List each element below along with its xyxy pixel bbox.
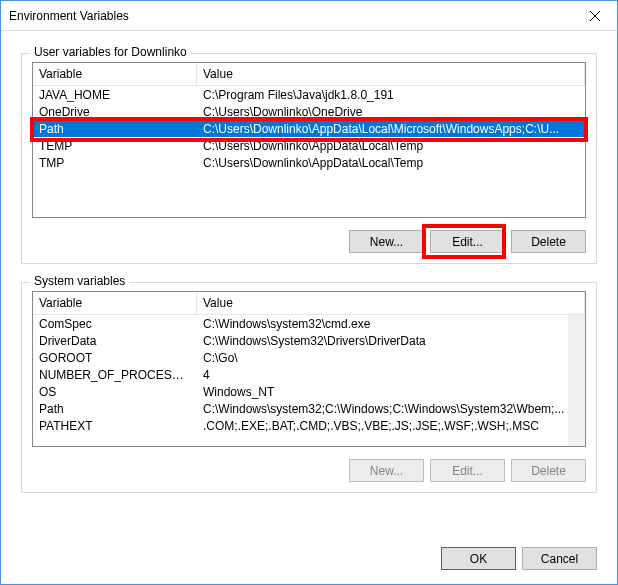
user-variables-list[interactable]: Variable Value JAVA_HOME C:\Program File… xyxy=(32,62,586,218)
cell-variable: GOROOT xyxy=(33,351,197,365)
cell-value: C:\Windows\System32\Drivers\DriverData xyxy=(197,334,585,348)
new-button[interactable]: New... xyxy=(349,459,424,482)
cell-value: .COM;.EXE;.BAT;.CMD;.VBS;.VBE;.JS;.JSE;.… xyxy=(197,419,585,433)
user-variables-label: User variables for Downlinko xyxy=(30,45,191,59)
env-vars-dialog: Environment Variables User variables for… xyxy=(0,0,618,585)
cell-value: C:\Windows\system32;C:\Windows;C:\Window… xyxy=(197,402,585,416)
list-header: Variable Value xyxy=(33,292,585,315)
cell-variable: TEMP xyxy=(33,139,197,153)
system-button-row: New... Edit... Delete xyxy=(32,459,586,482)
dialog-buttons: OK Cancel xyxy=(1,537,617,584)
ok-button[interactable]: OK xyxy=(441,547,516,570)
cell-value: Windows_NT xyxy=(197,385,585,399)
window-title: Environment Variables xyxy=(9,9,129,23)
table-row[interactable]: OS Windows_NT xyxy=(33,383,585,400)
close-icon xyxy=(590,11,600,21)
cell-variable: ComSpec xyxy=(33,317,197,331)
scrollbar[interactable] xyxy=(568,315,585,446)
table-row[interactable]: NUMBER_OF_PROCESSORS 4 xyxy=(33,366,585,383)
system-variables-label: System variables xyxy=(30,274,129,288)
edit-button[interactable]: Edit... xyxy=(430,230,505,253)
cell-variable: NUMBER_OF_PROCESSORS xyxy=(33,368,197,382)
cell-value: C:\Program Files\Java\jdk1.8.0_191 xyxy=(197,88,585,102)
cell-value: 4 xyxy=(197,368,585,382)
cell-variable: OneDrive xyxy=(33,105,197,119)
list-header: Variable Value xyxy=(33,63,585,86)
cell-variable: PATHEXT xyxy=(33,419,197,433)
col-variable[interactable]: Variable xyxy=(33,292,197,314)
table-row[interactable]: PATHEXT .COM;.EXE;.BAT;.CMD;.VBS;.VBE;.J… xyxy=(33,417,585,434)
titlebar: Environment Variables xyxy=(1,1,617,31)
table-row[interactable]: ComSpec C:\Windows\system32\cmd.exe xyxy=(33,315,585,332)
list-body: ComSpec C:\Windows\system32\cmd.exe Driv… xyxy=(33,315,585,446)
system-variables-group: System variables Variable Value ComSpec … xyxy=(21,282,597,493)
list-body: JAVA_HOME C:\Program Files\Java\jdk1.8.0… xyxy=(33,86,585,217)
delete-button[interactable]: Delete xyxy=(511,459,586,482)
cell-value: C:\Users\Downlinko\AppData\Local\Microso… xyxy=(197,122,585,136)
cell-variable: OS xyxy=(33,385,197,399)
cell-value: C:\Users\Downlinko\OneDrive xyxy=(197,105,585,119)
cancel-button[interactable]: Cancel xyxy=(522,547,597,570)
cell-value: C:\Go\ xyxy=(197,351,585,365)
user-variables-group: User variables for Downlinko Variable Va… xyxy=(21,53,597,264)
close-button[interactable] xyxy=(572,1,617,31)
table-row[interactable]: DriverData C:\Windows\System32\Drivers\D… xyxy=(33,332,585,349)
table-row-selected[interactable]: Path C:\Users\Downlinko\AppData\Local\Mi… xyxy=(33,120,585,137)
content-area: User variables for Downlinko Variable Va… xyxy=(1,31,617,537)
system-variables-list[interactable]: Variable Value ComSpec C:\Windows\system… xyxy=(32,291,586,447)
cell-variable: DriverData xyxy=(33,334,197,348)
edit-button[interactable]: Edit... xyxy=(430,459,505,482)
cell-value: C:\Users\Downlinko\AppData\Local\Temp xyxy=(197,156,585,170)
table-row[interactable]: TMP C:\Users\Downlinko\AppData\Local\Tem… xyxy=(33,154,585,171)
col-variable[interactable]: Variable xyxy=(33,63,197,85)
table-row[interactable]: TEMP C:\Users\Downlinko\AppData\Local\Te… xyxy=(33,137,585,154)
new-button[interactable]: New... xyxy=(349,230,424,253)
table-row[interactable]: Path C:\Windows\system32;C:\Windows;C:\W… xyxy=(33,400,585,417)
table-row[interactable]: OneDrive C:\Users\Downlinko\OneDrive xyxy=(33,103,585,120)
col-value[interactable]: Value xyxy=(197,292,585,314)
col-value[interactable]: Value xyxy=(197,63,585,85)
cell-variable: Path xyxy=(33,402,197,416)
cell-value: C:\Windows\system32\cmd.exe xyxy=(197,317,585,331)
user-button-row: New... Edit... Delete xyxy=(32,230,586,253)
table-row[interactable]: GOROOT C:\Go\ xyxy=(33,349,585,366)
delete-button[interactable]: Delete xyxy=(511,230,586,253)
cell-variable: JAVA_HOME xyxy=(33,88,197,102)
cell-variable: TMP xyxy=(33,156,197,170)
cell-value: C:\Users\Downlinko\AppData\Local\Temp xyxy=(197,139,585,153)
table-row[interactable]: JAVA_HOME C:\Program Files\Java\jdk1.8.0… xyxy=(33,86,585,103)
cell-variable: Path xyxy=(33,122,197,136)
